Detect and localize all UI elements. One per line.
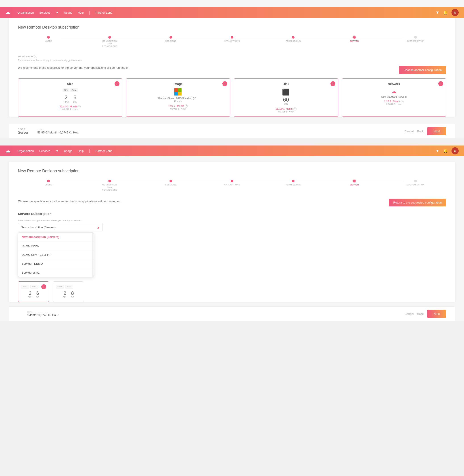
server-name-placeholder: Enter a name or leave empty to automatic… bbox=[18, 59, 446, 62]
image-card[interactable]: ✓ Image Windows Server 2019 Standard (d1… bbox=[126, 78, 231, 117]
size-card-1-chips: CPU RAM bbox=[56, 285, 81, 288]
size-nums-1: 2 CPU 8 GB bbox=[56, 290, 81, 299]
nav-links: Organisation Services ▼ Usage Help | Par… bbox=[17, 10, 112, 15]
dropdown-item-4[interactable]: Servidores #1 bbox=[18, 268, 94, 277]
image-price-hour: 0,0068 € / Hour bbox=[130, 108, 227, 110]
resource-cards: ✓ Size CPU RAM 2 CPU bbox=[18, 78, 446, 117]
ram-chip-1: RAM bbox=[65, 285, 73, 288]
nav-help-2[interactable]: Help bbox=[78, 149, 84, 153]
dropdown-scrollbar bbox=[92, 233, 93, 277]
dropdown-arrow-icon-2[interactable]: ▼ bbox=[435, 149, 439, 153]
disk-check: ✓ bbox=[330, 81, 335, 86]
size-price-info[interactable]: ? bbox=[77, 105, 81, 108]
footer-actions-2: Cancel Back Next bbox=[405, 310, 446, 318]
disk-title: Disk bbox=[238, 82, 335, 86]
disk-value: 60 bbox=[238, 97, 335, 103]
network-price-month: 2,25 € / Month ? bbox=[346, 100, 443, 103]
cpu-chip-0: CPU bbox=[21, 285, 29, 288]
server-name-info-icon[interactable]: ? bbox=[34, 55, 37, 58]
network-title: Network bbox=[346, 82, 443, 86]
disk-card[interactable]: ✓ Disk ⬛ 60 GB 15,72 € / Month ? 0,0218 … bbox=[234, 78, 338, 117]
next-button-1[interactable]: Next bbox=[427, 127, 446, 135]
network-check: ✓ bbox=[438, 81, 443, 86]
nav-help[interactable]: Help bbox=[78, 11, 84, 14]
size-card-0[interactable]: ✓ CPU RAM 2 CPU bbox=[18, 281, 49, 302]
size-values: 2 CPU 6 GB bbox=[22, 95, 119, 103]
servers-subscription-title: Servers Subscription bbox=[18, 212, 446, 216]
dropdown-item-1[interactable]: DEMO APPS bbox=[18, 241, 94, 250]
step-dot-sessions bbox=[169, 36, 172, 38]
navbar-top: ☁ Organisation Services ▼ Usage Help | P… bbox=[0, 7, 464, 18]
nav-partner-zone-2[interactable]: Partner Zone bbox=[95, 149, 112, 153]
choose-config-button[interactable]: Choose another configuration bbox=[399, 66, 446, 74]
image-title: Image bbox=[130, 82, 227, 86]
image-language: French bbox=[130, 100, 227, 103]
user-avatar[interactable]: U bbox=[452, 9, 459, 16]
network-name: New Standard Network bbox=[346, 95, 443, 98]
bell-icon-2[interactable]: 🔔 bbox=[443, 148, 448, 153]
size-card-1[interactable]: CPU RAM 2 CPU 8 GB bbox=[53, 281, 84, 302]
footer-total-2: TOTAL / Month* 0,0749 € / Hour bbox=[27, 311, 58, 317]
nav-services-arrow-2[interactable]: ▼ bbox=[56, 149, 59, 153]
network-price-hour: 0,0031 € / Hour bbox=[346, 103, 443, 105]
step-dot-connection bbox=[108, 36, 111, 38]
step-label-users: USERS bbox=[45, 40, 52, 43]
subscription-select[interactable]: New subscription (Servers) ▲ bbox=[18, 223, 103, 231]
nav-services[interactable]: Services bbox=[39, 11, 50, 14]
navbar-right-2: ▼ 🔔 U bbox=[435, 147, 459, 154]
nav-partner-zone[interactable]: Partner Zone bbox=[95, 11, 112, 14]
select-label: Select the subscription option where you… bbox=[18, 219, 446, 222]
page-title-2: New Remote Desktop subscription bbox=[18, 169, 446, 173]
step-label-sessions: SESSIONS bbox=[165, 40, 176, 43]
size-price-hour: 0,0242 € / Hour bbox=[22, 108, 119, 111]
next-button-2[interactable]: Next bbox=[427, 310, 446, 318]
step-dot-applications bbox=[231, 36, 233, 38]
back-button-1[interactable]: Back bbox=[417, 130, 424, 133]
nav-organisation-2[interactable]: Organisation bbox=[17, 149, 34, 153]
return-config-button[interactable]: Return to the suggested configuration bbox=[389, 199, 446, 206]
size-nums-0: 2 CPU 6 GB bbox=[21, 290, 46, 299]
size-check: ✓ bbox=[115, 81, 119, 86]
step-dot-customisation bbox=[414, 36, 417, 38]
size-card[interactable]: ✓ Size CPU RAM 2 CPU bbox=[18, 78, 122, 117]
nav-services-arrow[interactable]: ▼ bbox=[56, 11, 59, 14]
nav-organisation[interactable]: Organisation bbox=[17, 11, 34, 14]
step-customisation: CUSTOMISATION bbox=[385, 36, 446, 43]
back-button-2[interactable]: Back bbox=[417, 312, 424, 315]
nav-usage[interactable]: Usage bbox=[64, 11, 72, 14]
network-card[interactable]: ✓ Network ☁ New Standard Network 2,25 € … bbox=[342, 78, 446, 117]
cpu-chip: CPU bbox=[63, 88, 69, 92]
section2-subtitle: Choose the specifications for the server… bbox=[18, 200, 121, 203]
disk-price-month: 15,72 € / Month ? bbox=[238, 107, 335, 110]
logo-2: ☁ bbox=[5, 148, 10, 154]
cancel-button-2[interactable]: Cancel bbox=[405, 312, 414, 315]
nav-services-2[interactable]: Services bbox=[39, 149, 50, 153]
footer-total: TOTAL 53,95 € / Month* 0,0749 € / Hour bbox=[37, 129, 79, 134]
size-price-month: 17,42 € / Month ? bbox=[22, 105, 119, 108]
user-avatar-2[interactable]: U bbox=[452, 147, 459, 154]
step-dot-users bbox=[47, 36, 50, 38]
cpu-chip-1: CPU bbox=[56, 285, 64, 288]
image-price-info[interactable]: ? bbox=[185, 105, 188, 108]
disk-price-info[interactable]: ? bbox=[293, 107, 297, 110]
network-price-info[interactable]: ? bbox=[401, 100, 404, 103]
step-label-permissions: PERMISSIONS bbox=[286, 40, 301, 43]
logo: ☁ bbox=[5, 10, 10, 15]
section2-card: New Remote Desktop subscription USERS CO… bbox=[9, 162, 455, 302]
step-label-server: SERVER bbox=[350, 40, 359, 43]
bell-icon[interactable]: 🔔 bbox=[443, 10, 448, 15]
step-server: SERVER bbox=[324, 36, 385, 43]
disk-unit: GB bbox=[238, 103, 335, 105]
section2-header: Choose the specifications for the server… bbox=[18, 199, 446, 206]
nav-usage-2[interactable]: Usage bbox=[64, 149, 72, 153]
footer-step-info: 6 OF 7 Server bbox=[18, 128, 28, 134]
stepper-2: USERS CONNECTIONANDPERMISSIONS SESSIONS … bbox=[18, 180, 446, 191]
dropdown-arrow-icon[interactable]: ▼ bbox=[435, 10, 439, 15]
step-label-applications: APPLICATIONS bbox=[224, 40, 240, 43]
cancel-button-1[interactable]: Cancel bbox=[405, 130, 414, 133]
dropdown-item-3[interactable]: Servidor_DEMO bbox=[18, 259, 94, 268]
dropdown-item-0[interactable]: New subscription (Servers) bbox=[18, 233, 94, 241]
ram-chip-0: RAM bbox=[30, 285, 39, 288]
step-label-customisation: CUSTOMISATION bbox=[407, 40, 425, 43]
dropdown-item-2[interactable]: DEMO SRV - ES & PT bbox=[18, 250, 94, 259]
